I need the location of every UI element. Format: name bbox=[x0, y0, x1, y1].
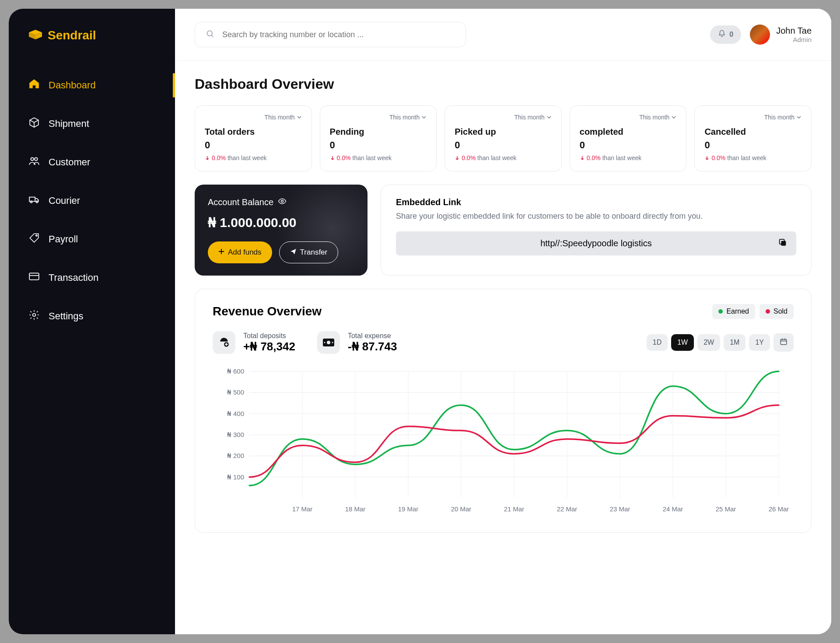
card-icon bbox=[28, 271, 40, 285]
revenue-card: Revenue Overview Earned Sold Total depos… bbox=[195, 289, 812, 533]
svg-text:19 Mar: 19 Mar bbox=[398, 505, 419, 513]
page-title: Dashboard Overview bbox=[195, 76, 812, 92]
truck-icon bbox=[28, 194, 40, 208]
embed-link: http//:Speedypoodle logistics bbox=[396, 231, 796, 255]
svg-text:17 Mar: 17 Mar bbox=[292, 505, 313, 513]
stats-row: This month Total orders 0 0.0%than last … bbox=[195, 105, 812, 171]
timefilter-1d[interactable]: 1D bbox=[647, 334, 668, 351]
revenue-title: Revenue Overview bbox=[213, 304, 712, 318]
content: Dashboard Overview This month Total orde… bbox=[175, 61, 831, 548]
metric-value: -₦ 87.743 bbox=[348, 340, 397, 353]
metric-label: Total deposits bbox=[243, 332, 295, 340]
chevron-down-icon bbox=[421, 115, 427, 120]
svg-text:₦ 500: ₦ 500 bbox=[227, 388, 244, 396]
stat-card-cancelled: This month Cancelled 0 0.0%than last wee… bbox=[694, 105, 812, 171]
chevron-down-icon bbox=[546, 115, 552, 120]
svg-text:₦ 300: ₦ 300 bbox=[227, 431, 244, 438]
stat-label: Picked up bbox=[455, 127, 552, 137]
svg-point-5 bbox=[33, 314, 36, 317]
stat-card-total-orders: This month Total orders 0 0.0%than last … bbox=[195, 105, 312, 171]
svg-text:₦ 100: ₦ 100 bbox=[227, 473, 244, 481]
svg-text:₦ 400: ₦ 400 bbox=[227, 410, 244, 417]
timefilter-1m[interactable]: 1M bbox=[724, 334, 746, 351]
brand-name: Sendrail bbox=[48, 28, 96, 42]
sidebar-item-label: Customer bbox=[49, 157, 90, 168]
svg-point-15 bbox=[332, 342, 333, 343]
sidebar-item-label: Settings bbox=[49, 311, 84, 322]
svg-point-13 bbox=[327, 341, 330, 344]
svg-text:₦ 200: ₦ 200 bbox=[227, 452, 244, 459]
chevron-down-icon bbox=[297, 115, 302, 120]
notifications-button[interactable]: 0 bbox=[710, 25, 741, 44]
sidebar-item-transaction[interactable]: Transaction bbox=[9, 261, 175, 294]
period-select[interactable]: This month bbox=[205, 114, 302, 121]
gear-icon bbox=[28, 309, 40, 323]
sidebar-item-label: Courier bbox=[49, 195, 80, 206]
svg-point-8 bbox=[281, 200, 284, 203]
wallet-plus-icon bbox=[213, 331, 235, 354]
stat-label: Pending bbox=[330, 127, 427, 137]
stat-label: Total orders bbox=[205, 127, 302, 137]
chevron-down-icon bbox=[671, 115, 676, 120]
embed-link-text: http//:Speedypoodle logistics bbox=[540, 238, 652, 248]
stat-card-picked-up: This month Picked up 0 0.0%than last wee… bbox=[444, 105, 562, 171]
stat-delta: 0.0%than last week bbox=[455, 154, 552, 161]
timefilter-1y[interactable]: 1Y bbox=[749, 334, 770, 351]
metric-deposits: Total deposits +₦ 78,342 bbox=[213, 331, 295, 354]
box-icon bbox=[28, 30, 42, 41]
stat-value: 0 bbox=[330, 140, 427, 151]
stat-delta: 0.0%than last week bbox=[704, 154, 802, 161]
svg-text:18 Mar: 18 Mar bbox=[345, 505, 366, 513]
arrow-down-icon bbox=[455, 155, 460, 161]
sidebar-item-payroll[interactable]: Payroll bbox=[9, 223, 175, 256]
period-select[interactable]: This month bbox=[704, 114, 802, 121]
svg-line-7 bbox=[211, 35, 213, 37]
stat-label: completed bbox=[580, 127, 677, 137]
period-select[interactable]: This month bbox=[580, 114, 677, 121]
user-menu[interactable]: John Tae Admin bbox=[750, 24, 812, 45]
sidebar-item-settings[interactable]: Settings bbox=[9, 300, 175, 333]
svg-point-1 bbox=[35, 157, 38, 161]
metric-label: Total expense bbox=[348, 332, 397, 340]
legend-sold: Sold bbox=[760, 304, 794, 319]
user-role: Admin bbox=[776, 36, 812, 43]
sidebar-item-shipment[interactable]: Shipment bbox=[9, 107, 175, 140]
sidebar-item-label: Payroll bbox=[49, 234, 78, 245]
sidebar-item-customer[interactable]: Customer bbox=[9, 146, 175, 179]
topbar: 0 John Tae Admin bbox=[175, 9, 831, 61]
legend-earned: Earned bbox=[712, 304, 755, 319]
metric-value: +₦ 78,342 bbox=[243, 340, 295, 353]
arrow-down-icon bbox=[205, 155, 210, 161]
timefilter-1w[interactable]: 1W bbox=[671, 334, 694, 351]
svg-text:24 Mar: 24 Mar bbox=[663, 505, 683, 513]
balance-title: Account Balance bbox=[208, 197, 354, 208]
eye-icon[interactable] bbox=[278, 197, 287, 208]
user-name: John Tae bbox=[776, 26, 812, 36]
copy-icon[interactable] bbox=[778, 238, 788, 249]
stat-value: 0 bbox=[580, 140, 677, 151]
transfer-button[interactable]: Transfer bbox=[279, 241, 339, 263]
svg-text:21 Mar: 21 Mar bbox=[504, 505, 525, 513]
balance-amount: ₦ 1.000.000.00 bbox=[208, 215, 354, 230]
period-select[interactable]: This month bbox=[455, 114, 552, 121]
sidebar-item-courier[interactable]: Courier bbox=[9, 184, 175, 217]
stat-card-completed: This month completed 0 0.0%than last wee… bbox=[570, 105, 687, 171]
embed-title: Embedded Link bbox=[396, 197, 796, 207]
period-select[interactable]: This month bbox=[330, 114, 427, 121]
svg-point-2 bbox=[36, 235, 37, 236]
search-input[interactable] bbox=[222, 30, 455, 39]
sidebar-item-dashboard[interactable]: Dashboard bbox=[9, 69, 175, 102]
svg-point-0 bbox=[31, 157, 34, 161]
svg-rect-9 bbox=[781, 241, 786, 245]
calendar-button[interactable] bbox=[774, 333, 794, 352]
notif-count: 0 bbox=[729, 31, 733, 38]
tag-icon bbox=[28, 232, 40, 246]
timefilter-2w[interactable]: 2W bbox=[697, 334, 720, 351]
search-bar[interactable] bbox=[195, 22, 466, 47]
calendar-icon bbox=[780, 338, 788, 346]
sidebar-item-label: Transaction bbox=[49, 272, 98, 283]
arrow-down-icon bbox=[580, 155, 585, 161]
svg-text:23 Mar: 23 Mar bbox=[610, 505, 630, 513]
add-funds-button[interactable]: Add funds bbox=[208, 241, 272, 263]
avatar bbox=[750, 24, 770, 45]
